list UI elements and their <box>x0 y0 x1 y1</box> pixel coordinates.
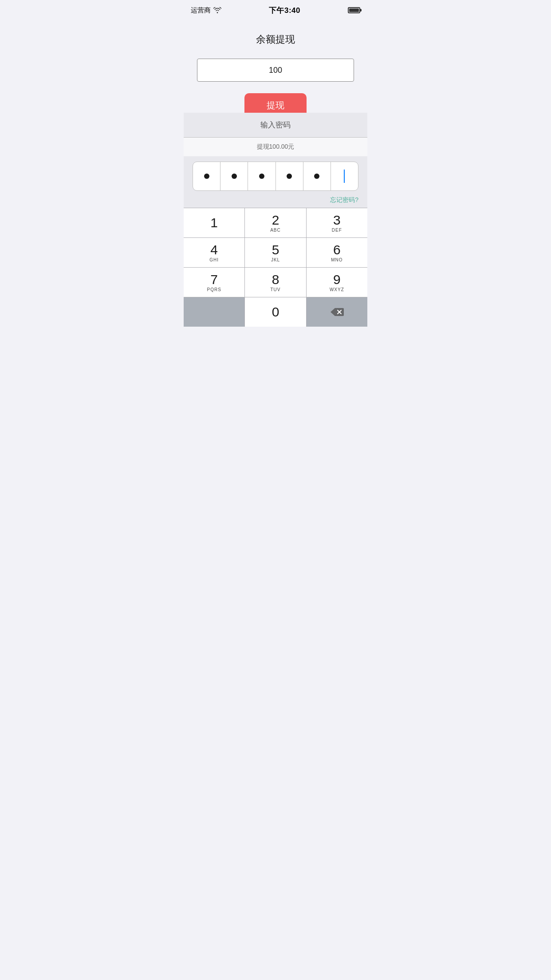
wifi-icon <box>213 7 221 13</box>
pin-cursor <box>344 170 345 183</box>
key-delete[interactable] <box>307 297 367 327</box>
forgot-password-link[interactable]: 忘记密码? <box>184 194 367 208</box>
delete-icon <box>330 307 344 317</box>
pin-dot-1 <box>204 174 209 179</box>
pin-dot-3 <box>259 174 264 179</box>
key-8[interactable]: 8 TUV <box>245 268 306 297</box>
numpad-row-3: 7 PQRS 8 TUV 9 WXYZ <box>184 267 367 297</box>
key-6-number: 6 <box>333 243 341 257</box>
key-1-number: 1 <box>210 216 218 229</box>
key-6-letters: MNO <box>331 257 342 262</box>
key-5-number: 5 <box>272 243 279 257</box>
carrier-label: 运营商 <box>191 6 211 15</box>
time-label: 下午3:40 <box>269 5 300 16</box>
key-3[interactable]: 3 DEF <box>307 208 367 237</box>
key-0-number: 0 <box>272 305 279 319</box>
amount-input-wrapper[interactable] <box>197 59 354 82</box>
key-8-letters: TUV <box>270 287 280 292</box>
key-9-letters: WXYZ <box>330 287 344 292</box>
key-3-number: 3 <box>333 213 341 227</box>
key-5-letters: JKL <box>271 257 280 262</box>
pin-dot-2 <box>232 174 237 179</box>
key-4-number: 4 <box>210 243 218 257</box>
key-4[interactable]: 4 GHI <box>184 238 245 267</box>
status-left: 运营商 <box>191 6 221 15</box>
key-9-number: 9 <box>333 273 341 286</box>
numpad-row-4: 0 <box>184 297 367 327</box>
key-8-number: 8 <box>272 273 279 286</box>
numpad: 1 2 ABC 3 DEF 4 GHI 5 JKL 6 MNO <box>184 208 367 327</box>
page-title: 余额提现 <box>197 33 354 46</box>
key-9[interactable]: 9 WXYZ <box>307 268 367 297</box>
main-content: 余额提现 提现 <box>184 20 367 126</box>
pin-cell-2 <box>220 162 248 190</box>
numpad-row-2: 4 GHI 5 JKL 6 MNO <box>184 237 367 267</box>
key-2-number: 2 <box>272 213 279 227</box>
pin-cell-4 <box>276 162 303 190</box>
key-1[interactable]: 1 <box>184 208 245 237</box>
pin-cell-6[interactable] <box>331 162 358 190</box>
key-2-letters: ABC <box>270 228 281 233</box>
key-2[interactable]: 2 ABC <box>245 208 306 237</box>
password-subheader: 提现100.00元 <box>184 138 367 156</box>
pin-dot-4 <box>287 174 292 179</box>
key-4-letters: GHI <box>209 257 219 262</box>
key-6[interactable]: 6 MNO <box>307 238 367 267</box>
key-7-number: 7 <box>210 273 218 286</box>
pin-cell-1 <box>193 162 220 190</box>
password-panel: 输入密码 提现100.00元 忘记密码? 1 2 <box>184 113 367 327</box>
key-7-letters: PQRS <box>207 287 221 292</box>
key-5[interactable]: 5 JKL <box>245 238 306 267</box>
pin-dot-5 <box>314 174 319 179</box>
numpad-row-1: 1 2 ABC 3 DEF <box>184 208 367 237</box>
pin-cell-5 <box>303 162 331 190</box>
key-0[interactable]: 0 <box>245 297 306 327</box>
pin-cell-3 <box>248 162 276 190</box>
amount-input[interactable] <box>205 66 346 75</box>
password-header: 输入密码 <box>184 113 367 138</box>
key-3-letters: DEF <box>332 228 342 233</box>
key-7[interactable]: 7 PQRS <box>184 268 245 297</box>
key-empty <box>184 297 245 327</box>
pin-container[interactable] <box>193 162 358 191</box>
battery-icon <box>348 7 360 13</box>
status-bar: 运营商 下午3:40 <box>184 0 367 20</box>
battery-indicator <box>348 7 360 13</box>
